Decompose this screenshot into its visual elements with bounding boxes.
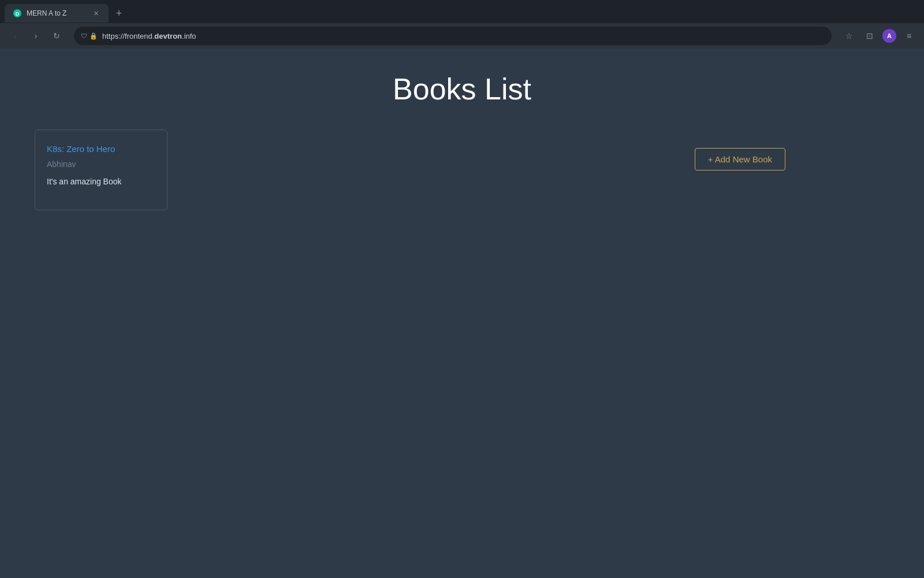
tab-close-button[interactable]: ✕ bbox=[91, 9, 100, 18]
forward-button[interactable]: › bbox=[28, 28, 44, 44]
book-card[interactable]: K8s: Zero to Hero Abhinav It's an amazin… bbox=[35, 129, 167, 210]
svg-text:D: D bbox=[16, 11, 20, 17]
address-bar-icons: 🛡 🔒 bbox=[81, 32, 98, 40]
page-title: Books List bbox=[35, 72, 889, 106]
page-content: Books List + Add New Book K8s: Zero to H… bbox=[0, 49, 924, 578]
book-description: It's an amazing Book bbox=[47, 177, 155, 186]
menu-button[interactable]: ≡ bbox=[901, 28, 917, 44]
tab-favicon: D bbox=[13, 9, 22, 18]
add-new-book-button[interactable]: + Add New Book bbox=[695, 148, 785, 171]
pocket-button[interactable]: ⊡ bbox=[862, 28, 878, 44]
browser-tab-active[interactable]: D MERN A to Z ✕ bbox=[5, 4, 109, 23]
url-prefix: https://frontend. bbox=[102, 32, 154, 40]
user-avatar[interactable]: A bbox=[882, 29, 896, 43]
new-tab-button[interactable]: + bbox=[111, 5, 127, 21]
url-domain: devtron bbox=[154, 32, 182, 40]
tab-title: MERN A to Z bbox=[27, 9, 87, 17]
address-text: https://frontend.devtron.info bbox=[102, 32, 196, 40]
star-button[interactable]: ☆ bbox=[841, 28, 857, 44]
url-suffix: .info bbox=[182, 32, 196, 40]
back-button[interactable]: ‹ bbox=[7, 28, 23, 44]
reload-button[interactable]: ↻ bbox=[49, 28, 65, 44]
shield-icon: 🛡 bbox=[81, 32, 87, 39]
address-bar[interactable]: 🛡 🔒 https://frontend.devtron.info bbox=[74, 27, 832, 45]
browser-toolbar: ‹ › ↻ 🛡 🔒 https://frontend.devtron.info … bbox=[0, 23, 924, 49]
lock-icon: 🔒 bbox=[90, 32, 98, 40]
toolbar-right: ☆ ⊡ A ≡ bbox=[841, 28, 917, 44]
tab-bar: D MERN A to Z ✕ + bbox=[0, 0, 924, 23]
browser-chrome: D MERN A to Z ✕ + ‹ › ↻ 🛡 🔒 https://fron… bbox=[0, 0, 924, 49]
book-author: Abhinav bbox=[47, 160, 155, 169]
book-title: K8s: Zero to Hero bbox=[47, 144, 155, 154]
